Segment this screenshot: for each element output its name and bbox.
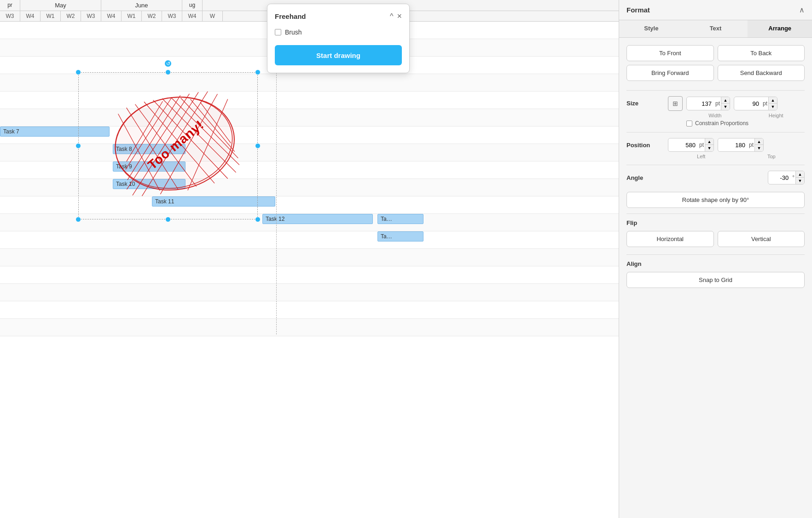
size-sublabels: Width Height	[668, 113, 805, 118]
height-input[interactable]	[734, 98, 762, 110]
angle-input-wrap[interactable]: ° ▲ ▼	[768, 171, 805, 184]
divider-5	[626, 254, 805, 255]
tab-arrange[interactable]: Arrange	[748, 20, 812, 37]
gantt-row-13	[0, 249, 619, 266]
to-back-button[interactable]: To Back	[718, 45, 805, 61]
angle-down[interactable]: ▼	[796, 178, 804, 184]
angle-label: Angle	[626, 174, 768, 181]
left-down[interactable]: ▼	[705, 145, 713, 151]
canvas-area[interactable]: pr May June ug W3 W4 W1 W2 W3 W4 W1 W2 W…	[0, 0, 619, 518]
tab-style[interactable]: Style	[619, 20, 684, 37]
width-spinners[interactable]: ▲ ▼	[721, 97, 730, 110]
start-drawing-button[interactable]: Start drawing	[275, 45, 402, 65]
top-input[interactable]	[718, 139, 748, 151]
handle-bm[interactable]	[165, 217, 171, 222]
handle-mr[interactable]	[255, 143, 261, 149]
freehand-dialog: Freehand ^ × Brush Start drawing	[267, 4, 410, 73]
snap-to-grid-button[interactable]: Snap to Grid	[626, 272, 805, 288]
align-section: Align Snap to Grid	[626, 260, 805, 288]
position-sublabels: Left Top	[668, 154, 805, 159]
rotate-handle[interactable]: ↺	[164, 59, 172, 68]
position-row: Position pt ▲ ▼	[626, 138, 805, 159]
order-row-2: Bring Forward Send Backward	[626, 65, 805, 81]
task-bar-partial-1[interactable]: Ta…	[377, 214, 423, 224]
left-spinners[interactable]: ▲ ▼	[705, 138, 713, 151]
week-w4-3: W4	[182, 11, 203, 21]
top-unit: pt	[748, 142, 754, 148]
position-label: Position	[626, 138, 668, 149]
top-down[interactable]: ▼	[755, 145, 763, 151]
handle-ml[interactable]	[75, 143, 81, 149]
selection-container: ↺	[78, 72, 258, 219]
size-row: Size ⊞ pt ▲ ▼	[626, 96, 805, 127]
top-spinners[interactable]: ▲ ▼	[754, 138, 763, 151]
gantt-row-16	[0, 301, 619, 319]
angle-input[interactable]	[768, 172, 791, 184]
freehand-close-icon[interactable]: ×	[397, 12, 402, 21]
selection-box	[78, 72, 258, 219]
format-tabs: Style Text Arrange	[619, 20, 812, 38]
left-input[interactable]	[668, 139, 698, 151]
handle-bl[interactable]	[75, 217, 81, 222]
left-sublabel: Left	[668, 154, 735, 159]
height-input-wrap[interactable]: pt ▲ ▼	[734, 97, 777, 110]
month-june: June	[101, 0, 182, 11]
width-down[interactable]: ▼	[721, 104, 730, 110]
month-apr: pr	[0, 0, 20, 11]
order-row-1: To Front To Back	[626, 45, 805, 61]
left-input-wrap[interactable]: pt ▲ ▼	[668, 138, 714, 152]
to-front-button[interactable]: To Front	[626, 45, 714, 61]
divider-4	[626, 213, 805, 214]
week-w1-2: W1	[122, 11, 142, 21]
flip-row: Horizontal Vertical	[626, 231, 805, 247]
divider-3	[626, 165, 805, 165]
height-sublabel: Height	[748, 113, 805, 118]
width-up[interactable]: ▲	[721, 97, 730, 104]
left-unit: pt	[698, 142, 705, 148]
width-sublabel: Width	[686, 113, 744, 118]
gantt-row-15	[0, 284, 619, 301]
format-header: Format ∧	[619, 0, 812, 20]
week-w-extra: W	[203, 11, 223, 21]
angle-row: Angle ° ▲ ▼	[626, 171, 805, 184]
tab-text[interactable]: Text	[684, 20, 748, 37]
top-up[interactable]: ▲	[755, 138, 763, 145]
week-w2-2: W2	[142, 11, 162, 21]
bring-forward-button[interactable]: Bring Forward	[626, 65, 714, 81]
height-down[interactable]: ▼	[769, 104, 777, 110]
right-panel: Format ∧ Style Text Arrange To Front To …	[619, 0, 812, 518]
flip-vertical-button[interactable]: Vertical	[718, 231, 805, 247]
top-input-wrap[interactable]: pt ▲ ▼	[718, 138, 764, 152]
angle-spinners[interactable]: ▲ ▼	[795, 171, 804, 184]
angle-unit: °	[791, 174, 795, 181]
format-close-icon[interactable]: ∧	[799, 6, 805, 14]
constrain-checkbox[interactable]	[686, 121, 692, 127]
handle-tm[interactable]	[165, 69, 171, 75]
week-w4-1: W4	[20, 11, 41, 21]
task-bar-partial-2[interactable]: Ta…	[377, 231, 423, 242]
gantt-row-12: Ta…	[0, 231, 619, 249]
freehand-dialog-header: Freehand ^ ×	[275, 12, 402, 21]
flip-label: Flip	[626, 219, 805, 226]
format-body: To Front To Back Bring Forward Send Back…	[619, 38, 812, 518]
rotate-shape-button[interactable]: Rotate shape only by 90°	[626, 192, 805, 208]
width-input-wrap[interactable]: pt ▲ ▼	[686, 97, 730, 110]
width-input[interactable]	[687, 98, 714, 110]
task-bar-12[interactable]: Task 12	[262, 214, 373, 224]
height-up[interactable]: ▲	[769, 97, 777, 104]
freehand-chevron-icon[interactable]: ^	[390, 12, 394, 21]
height-spinners[interactable]: ▲ ▼	[768, 97, 777, 110]
size-label: Size	[626, 96, 668, 107]
brush-checkbox[interactable]	[275, 29, 281, 35]
flip-horizontal-button[interactable]: Horizontal	[626, 231, 714, 247]
handle-br[interactable]	[255, 217, 261, 222]
format-title: Format	[626, 6, 650, 14]
divider-2	[626, 132, 805, 132]
size-constraint-icon: ⊞	[668, 96, 683, 111]
handle-tr[interactable]	[255, 69, 261, 75]
send-backward-button[interactable]: Send Backward	[718, 65, 805, 81]
angle-up[interactable]: ▲	[796, 171, 804, 178]
left-up[interactable]: ▲	[705, 138, 713, 145]
constrain-label: Constrain Proportions	[695, 120, 748, 127]
handle-tl[interactable]	[75, 69, 81, 75]
